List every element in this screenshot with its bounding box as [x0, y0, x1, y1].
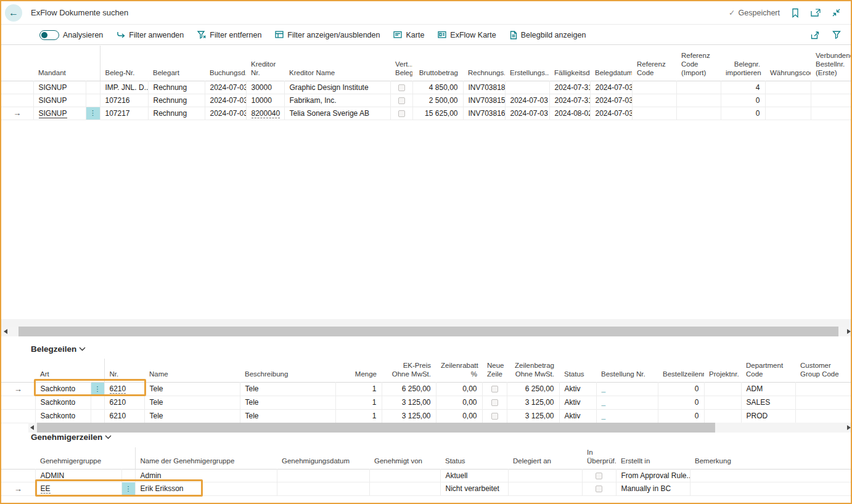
bestellung-nr-field[interactable]: _	[602, 398, 606, 407]
col-belegnr-importieren[interactable]: Belegnr. importieren	[721, 46, 765, 81]
col-verbundene-bestellnr[interactable]: Verbundene Bestellnr. (Erste)	[811, 46, 852, 81]
table-row-selected[interactable]: → Sachkonto ⋮ 6210 Tele Tele 1 6 250,00 …	[1, 382, 852, 396]
table-row[interactable]: SIGNUP 107216 Rechnung 2024-07-03 10000 …	[1, 94, 852, 107]
col-referenzcode-import[interactable]: Referenz Code (Import)	[676, 46, 721, 81]
table-row-selected[interactable]: → SIGNUP ⋮ 107217 Rechnung 2024-07-03 82…	[1, 107, 852, 120]
table-row[interactable]: Sachkonto 6210 Tele Tele 1 3 125,00 0,00…	[1, 396, 852, 409]
genehmigerzeilen-table: Genehmigergruppe Name der Genehmigergrup…	[1, 447, 852, 496]
col-menge[interactable]: Menge	[335, 359, 382, 382]
mandant-link[interactable]: SIGNUP	[39, 109, 67, 118]
col-bruttobetrag[interactable]: Bruttobetrag	[412, 46, 463, 81]
kreditornr-link[interactable]: 8200040	[252, 109, 281, 118]
col-name[interactable]: Name	[144, 359, 240, 382]
col-beschreibung[interactable]: Beschreibung	[240, 359, 335, 382]
col-vertbeleg[interactable]: Vert... Beleg	[390, 46, 412, 81]
scroll-left-icon[interactable]	[4, 329, 7, 334]
col-genehmigt-von[interactable]: Genehmigt von	[369, 447, 440, 469]
table-row[interactable]: ADMIN Admin Aktuell From Approval Rule..…	[1, 469, 852, 482]
col-customer-group-code[interactable]: Customer Group Code	[795, 359, 852, 382]
vertbeleg-checkbox[interactable]	[398, 110, 405, 117]
genehmigerzeilen-section-header[interactable]: Genehmigerzeilen	[31, 433, 112, 442]
neue-zeile-checkbox[interactable]	[491, 413, 498, 420]
col-bestellung-nr[interactable]: Bestellung Nr.	[596, 359, 658, 382]
remove-filter-button[interactable]: Filter entfernen	[197, 31, 261, 39]
col-waehrungscode[interactable]: Währungscode	[765, 46, 811, 81]
col-kreditorname[interactable]: Kreditor Name	[284, 46, 390, 81]
col-art[interactable]: Art	[35, 359, 91, 382]
toggle-filter-button[interactable]: Filter anzeigen/ausblenden	[275, 31, 380, 39]
bestellung-nr-field[interactable]: _	[602, 412, 606, 420]
col-kreditornr[interactable]: Kreditor Nr.	[246, 46, 284, 81]
col-nr[interactable]: Nr.	[104, 359, 144, 382]
vertbeleg-checkbox[interactable]	[398, 84, 405, 91]
col-belegdatum[interactable]: Belegdatum	[590, 46, 632, 81]
card-button[interactable]: Karte	[393, 31, 424, 39]
col-erstellungs[interactable]: Erstellungs...	[505, 46, 549, 81]
filter-icon[interactable]	[832, 31, 841, 39]
col-status[interactable]: Status	[559, 359, 596, 382]
analyze-toggle[interactable]: Analysieren	[39, 30, 103, 40]
scroll-right-icon[interactable]	[847, 329, 851, 334]
belegzeilen-hscrollbar[interactable]	[28, 423, 852, 433]
col-in-ueberpruefung[interactable]: In Überprüf...	[582, 447, 616, 469]
col-belegart[interactable]: Belegart	[148, 46, 205, 81]
col-neue-zeile[interactable]: Neue Zeile	[482, 359, 507, 382]
col-department-code[interactable]: Department Code	[741, 359, 795, 382]
col-bemerkung[interactable]: Bemerkung	[690, 447, 852, 469]
row-menu-button[interactable]: ⋮	[91, 382, 104, 396]
col-erstellt-in[interactable]: Erstellt in	[616, 447, 690, 469]
check-icon: ✓	[729, 8, 735, 17]
neue-zeile-checkbox[interactable]	[491, 386, 498, 392]
col-bestellzeilennr[interactable]: Bestellzeilennr.	[658, 359, 704, 382]
exflow-card-button[interactable]: ExFlow Karte	[438, 31, 496, 39]
row-menu-cell[interactable]	[86, 81, 100, 94]
table-row[interactable]: Sachkonto 6210 Tele Tele 1 3 125,00 0,00…	[1, 409, 852, 423]
collapse-icon[interactable]	[832, 8, 841, 17]
main-grid-table: Mandant Beleg-Nr. Belegart Buchungsd... …	[1, 46, 852, 120]
open-in-new-window-icon[interactable]	[811, 9, 821, 17]
saved-status: ✓ Gespeichert	[729, 8, 780, 17]
col-rechnungs[interactable]: Rechnungs...	[463, 46, 505, 81]
col-faelligkeitsd[interactable]: Fälligkeitsd...	[549, 46, 590, 81]
col-genehmigergruppe[interactable]: Genehmigergruppe	[35, 447, 121, 469]
genehmigergruppe-link[interactable]: EE	[41, 484, 51, 494]
apply-filter-button[interactable]: Filter anwenden	[117, 31, 184, 39]
in-ueberpruefung-checkbox[interactable]	[596, 473, 602, 479]
belegzeilen-section-header[interactable]: Belegzeilen	[31, 344, 86, 354]
col-buchungsdatum[interactable]: Buchungsd...	[205, 46, 246, 81]
chevron-down-icon	[105, 435, 112, 439]
scroll-left-icon[interactable]	[30, 425, 34, 430]
neue-zeile-checkbox[interactable]	[491, 399, 498, 406]
row-menu-button[interactable]: ⋮	[86, 107, 100, 120]
bookmark-icon[interactable]	[791, 8, 800, 18]
scrollbar-thumb[interactable]	[37, 423, 715, 433]
col-referenzcode[interactable]: Referenz Code	[632, 46, 676, 81]
row-menu-button[interactable]: ⋮	[121, 482, 135, 495]
table-row[interactable]: SIGNUP IMP. JNL. D... Rechnung 2024-07-0…	[1, 81, 852, 94]
col-genehmigungsdatum[interactable]: Genehmigungsdatum	[277, 447, 369, 469]
col-zeilenrabatt[interactable]: Zeilenrabatt %	[436, 359, 482, 382]
vertbeleg-checkbox[interactable]	[398, 97, 405, 104]
main-document-grid: Mandant Beleg-Nr. Belegart Buchungsd... …	[1, 46, 852, 120]
col-status[interactable]: Status	[440, 447, 508, 469]
table-row-selected[interactable]: → EE ⋮ Erik Eriksson Nicht verarbeitet M…	[1, 482, 852, 495]
chevron-down-icon	[79, 347, 86, 351]
col-zeilenbetrag[interactable]: Zeilenbetrag Ohne MwSt.	[507, 359, 559, 382]
bestellung-nr-field[interactable]: _	[602, 384, 606, 393]
col-name-genehmigergruppe[interactable]: Name der Genehmigergruppe	[135, 447, 277, 469]
in-ueberpruefung-checkbox[interactable]	[596, 486, 602, 492]
col-ek-preis[interactable]: EK-Preis Ohne MwSt.	[382, 359, 436, 382]
show-document-image-button[interactable]: Belegbild anzeigen	[510, 31, 586, 39]
row-menu-cell[interactable]	[86, 94, 100, 107]
toggle-switch-icon[interactable]	[39, 30, 59, 40]
col-delegiert-an[interactable]: Delegiert an	[508, 447, 582, 469]
col-mandant[interactable]: Mandant	[33, 46, 86, 81]
main-grid-hscrollbar[interactable]	[1, 327, 852, 336]
scrollbar-thumb[interactable]	[18, 327, 838, 336]
col-projektnr[interactable]: Projektnr.	[704, 359, 741, 382]
col-belegnr[interactable]: Beleg-Nr.	[100, 46, 148, 81]
scroll-right-icon[interactable]	[847, 425, 851, 430]
share-icon[interactable]	[811, 31, 820, 39]
back-button[interactable]: ←	[5, 4, 22, 22]
sachkonto-nr-link[interactable]: 6210	[110, 384, 126, 394]
